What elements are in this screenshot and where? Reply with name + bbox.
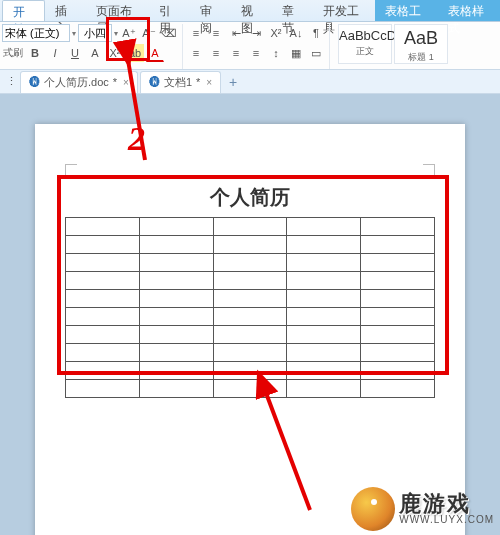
table-cell[interactable] [361, 236, 435, 254]
table-cell[interactable] [139, 236, 213, 254]
table-cell[interactable] [287, 290, 361, 308]
table-row[interactable] [66, 308, 435, 326]
table-cell[interactable] [213, 272, 287, 290]
indent-inc-button[interactable]: ⇥ [247, 24, 265, 42]
table-cell[interactable] [361, 290, 435, 308]
table-cell[interactable] [66, 290, 140, 308]
table-cell[interactable] [139, 272, 213, 290]
align-left-button[interactable]: ≡ [187, 44, 205, 62]
table-cell[interactable] [213, 326, 287, 344]
tab-developer[interactable]: 开发工具 [313, 0, 375, 21]
table-cell[interactable] [66, 362, 140, 380]
resume-table[interactable] [65, 217, 435, 398]
table-cell[interactable] [213, 362, 287, 380]
tab-table-styles[interactable]: 表格样式 [438, 0, 500, 21]
font-name-select[interactable] [2, 24, 70, 42]
table-row[interactable] [66, 380, 435, 398]
document-title[interactable]: 个人简历 [65, 184, 435, 211]
table-cell[interactable] [213, 254, 287, 272]
table-cell[interactable] [139, 344, 213, 362]
tab-page-layout[interactable]: 页面布局 [86, 0, 148, 21]
dropdown-icon[interactable]: ▾ [114, 29, 118, 38]
line-spacing-button[interactable]: ↕ [267, 44, 285, 62]
table-cell[interactable] [287, 344, 361, 362]
tab-view[interactable]: 视图 [231, 0, 272, 21]
align-justify-button[interactable]: ≡ [247, 44, 265, 62]
borders-button[interactable]: ▭ [307, 44, 325, 62]
table-cell[interactable] [213, 236, 287, 254]
table-cell[interactable] [361, 308, 435, 326]
page[interactable]: 个人简历 [35, 124, 465, 535]
table-cell[interactable] [66, 326, 140, 344]
paragraph-mark-button[interactable]: ¶ [307, 24, 325, 42]
bold-button[interactable]: B [26, 44, 44, 62]
shading-button[interactable]: ▦ [287, 44, 305, 62]
table-cell[interactable] [361, 218, 435, 236]
align-center-button[interactable]: ≡ [207, 44, 225, 62]
indent-dec-button[interactable]: ⇤ [227, 24, 245, 42]
table-cell[interactable] [287, 272, 361, 290]
table-row[interactable] [66, 218, 435, 236]
style-normal[interactable]: AaBbCcDd 正文 [338, 24, 392, 64]
table-cell[interactable] [66, 380, 140, 398]
underline-button[interactable]: U [66, 44, 84, 62]
table-cell[interactable] [287, 380, 361, 398]
highlight-button[interactable]: ab [126, 44, 144, 62]
table-cell[interactable] [139, 326, 213, 344]
doctab-add-button[interactable]: + [223, 72, 243, 92]
table-cell[interactable] [361, 326, 435, 344]
sup-button[interactable]: X² [267, 24, 285, 42]
strike-button[interactable]: A [86, 44, 104, 62]
tab-table-tools[interactable]: 表格工具 [375, 0, 437, 21]
tab-insert[interactable]: 插入 [45, 0, 86, 21]
table-cell[interactable] [287, 362, 361, 380]
font-color-button[interactable]: A [146, 44, 164, 62]
sort-button[interactable]: A↓ [287, 24, 305, 42]
table-row[interactable] [66, 254, 435, 272]
table-cell[interactable] [361, 362, 435, 380]
doctab-doc1[interactable]: 🅦 文档1 * × [140, 71, 221, 93]
table-cell[interactable] [361, 344, 435, 362]
doctab-resume[interactable]: 🅦 个人简历.doc * × [20, 71, 138, 93]
tab-references[interactable]: 引用 [149, 0, 190, 21]
italic-button[interactable]: I [46, 44, 64, 62]
clear-format-button[interactable]: ⌫ [160, 24, 178, 42]
table-cell[interactable] [361, 254, 435, 272]
table-row[interactable] [66, 344, 435, 362]
table-cell[interactable] [66, 254, 140, 272]
table-row[interactable] [66, 272, 435, 290]
table-cell[interactable] [361, 272, 435, 290]
editor-canvas[interactable]: 个人简历 [0, 94, 500, 535]
table-cell[interactable] [213, 308, 287, 326]
superscript-button[interactable]: X² [106, 44, 124, 62]
table-cell[interactable] [287, 218, 361, 236]
table-row[interactable] [66, 326, 435, 344]
table-cell[interactable] [139, 380, 213, 398]
table-cell[interactable] [66, 344, 140, 362]
table-row[interactable] [66, 236, 435, 254]
tab-review[interactable]: 审阅 [190, 0, 231, 21]
table-cell[interactable] [287, 308, 361, 326]
table-cell[interactable] [139, 218, 213, 236]
dropdown-icon[interactable]: ▾ [72, 29, 76, 38]
table-cell[interactable] [139, 290, 213, 308]
shrink-font-button[interactable]: A⁻ [140, 24, 158, 42]
numbering-button[interactable]: ≡ [207, 24, 225, 42]
tab-start[interactable]: 开始 [2, 0, 45, 21]
table-cell[interactable] [66, 236, 140, 254]
align-right-button[interactable]: ≡ [227, 44, 245, 62]
table-cell[interactable] [139, 308, 213, 326]
close-icon[interactable]: × [204, 77, 212, 88]
tab-sections[interactable]: 章节 [272, 0, 313, 21]
table-cell[interactable] [213, 344, 287, 362]
table-cell[interactable] [213, 380, 287, 398]
table-row[interactable] [66, 362, 435, 380]
table-cell[interactable] [213, 218, 287, 236]
bullets-button[interactable]: ≡ [187, 24, 205, 42]
close-icon[interactable]: × [121, 77, 129, 88]
grow-font-button[interactable]: A⁺ [120, 24, 138, 42]
table-cell[interactable] [287, 236, 361, 254]
table-cell[interactable] [287, 326, 361, 344]
table-row[interactable] [66, 290, 435, 308]
table-cell[interactable] [139, 254, 213, 272]
